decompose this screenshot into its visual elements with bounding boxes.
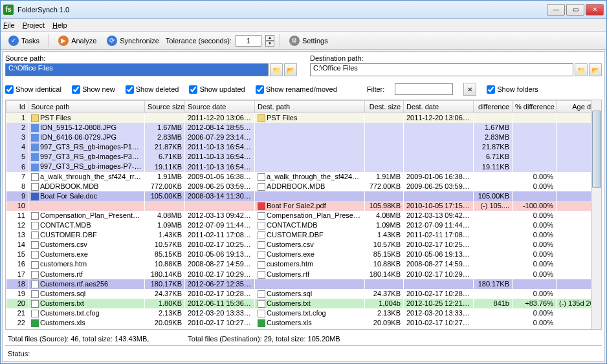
show-renamed-checkbox[interactable]: Show renamed/moved (256, 85, 337, 94)
col-age-difference[interactable]: Age difference (557, 101, 591, 113)
menu-file[interactable]: File (3, 21, 15, 29)
file-icon (258, 261, 265, 269)
totals-source: Total files (Source): 46, total size: 14… (8, 335, 149, 343)
grid-scroll[interactable]: Id Source path Source size Source date D… (6, 100, 591, 329)
table-row[interactable]: 3IDN_6416-06-0729.JPG2.83MB2006-07-29 23… (6, 133, 591, 142)
filter-input[interactable] (395, 83, 453, 95)
file-icon (31, 193, 39, 200)
sync-icon: ⟳ (107, 36, 117, 46)
file-icon (31, 310, 39, 317)
col-source-path[interactable]: Source path (28, 101, 145, 113)
minimize-button[interactable]: — (547, 4, 565, 16)
source-open-button[interactable]: 📂 (284, 63, 297, 76)
table-row[interactable]: 6997_GT3_RS_gb-images-P7-3.jpg19.11KB201… (6, 162, 591, 171)
scrollbar-thumb[interactable] (592, 111, 601, 188)
file-icon (258, 114, 265, 122)
source-browse-button[interactable]: 📁 (270, 63, 283, 76)
maximize-button[interactable]: ▭ (566, 4, 584, 16)
show-updated-checkbox[interactable]: Show updated (189, 85, 245, 94)
file-icon (31, 251, 39, 259)
toolbar: ✓ Tasks ▶ Analyze ⟳ Synchronize Toleranc… (1, 32, 606, 50)
table-row[interactable]: 9Boat For Sale.doc105.00KB2008-03-14 11:… (6, 191, 591, 201)
col-pct-difference[interactable]: % difference (513, 101, 557, 113)
file-icon (258, 173, 265, 181)
totals-dest: Total files (Destination): 29, total siz… (188, 335, 340, 343)
file-icon (258, 212, 265, 220)
source-path-input[interactable]: C:\Office Files (5, 63, 269, 76)
file-icon (258, 290, 265, 298)
app-icon: fs (3, 5, 14, 15)
tolerance-down-button[interactable]: ▼ (265, 41, 274, 47)
table-row[interactable]: 8ADDRBOOK.MDB772.00KB2009-06-25 03:59:00… (6, 182, 591, 191)
tolerance-up-button[interactable]: ▲ (265, 35, 274, 41)
file-icon (258, 300, 265, 308)
table-row[interactable]: 19Customers.sql24.37KB2010-02-17 10:28:1… (6, 289, 591, 299)
table-row[interactable]: 13CUSTOMER.DBF1.43KB2011-02-11 17:08:49C… (6, 230, 591, 240)
analyze-button[interactable]: ▶ Analyze (54, 34, 100, 47)
menu-help[interactable]: Help (52, 21, 67, 29)
file-icon (258, 231, 265, 239)
synchronize-label: Synchronize (120, 37, 159, 45)
show-identical-checkbox[interactable]: Show identical (5, 85, 61, 94)
show-new-checkbox[interactable]: Show new (72, 85, 115, 94)
table-row[interactable]: 18Customers.rtf.aes256180.17KB2012-06-27… (6, 279, 591, 289)
file-icon (31, 124, 39, 132)
file-icon (258, 271, 265, 279)
table-row[interactable]: 1PST Files2011-12-20 13:06:18PST Files20… (6, 113, 591, 123)
menu-project[interactable]: Project (23, 21, 45, 29)
tasks-button[interactable]: ✓ Tasks (5, 34, 43, 47)
file-icon (31, 114, 39, 122)
col-difference[interactable]: difference (474, 101, 513, 113)
table-row[interactable]: 14Customers.csv10.57KB2010-02-17 10:25:0… (6, 240, 591, 250)
content-area: Source path: C:\Office Files 📁 📂 Destina… (2, 51, 605, 362)
file-icon (31, 134, 39, 142)
show-folders-checkbox[interactable]: Show folders (487, 85, 538, 94)
table-row[interactable]: 4997_GT3_RS_gb-images-P11-2.jpg21.87KB20… (6, 142, 591, 152)
table-row[interactable]: 2IDN_5915-12-0808.JPG1.67MB2012-08-14 18… (6, 123, 591, 133)
filter-clear-button[interactable]: ✕ (463, 83, 476, 96)
table-row[interactable]: 16customers.htm10.88KB2008-08-27 14:59:2… (6, 259, 591, 269)
file-icon (258, 310, 265, 317)
table-row[interactable]: 5997_GT3_RS_gb-images-P37-4.jpg6.71KB201… (6, 152, 591, 162)
col-dest-path[interactable]: Dest. path (255, 101, 365, 113)
table-row[interactable]: 17Customers.rtf180.14KB2010-02-17 10:29:… (6, 270, 591, 279)
tolerance-input[interactable] (236, 35, 261, 47)
col-dest-size[interactable]: Dest. size (365, 101, 404, 113)
file-icon (258, 251, 265, 259)
dest-path-input[interactable]: C:\Office Files (310, 63, 573, 76)
dest-browse-button[interactable]: 📁 (575, 63, 588, 76)
results-grid: Id Source path Source size Source date D… (5, 100, 602, 330)
analyze-label: Analyze (71, 37, 96, 45)
file-icon (258, 241, 265, 249)
filter-row: Show identical Show new Show deleted Sho… (5, 83, 602, 96)
col-source-date[interactable]: Source date (185, 101, 255, 113)
table-row[interactable]: 20Customers.txt1.80KB2012-06-11 15:36:02… (6, 299, 591, 308)
synchronize-button[interactable]: ⟳ Synchronize (103, 34, 163, 47)
table-row[interactable]: 7a_walk_through_the_sf424_rr.ppt1.91MB20… (6, 172, 591, 182)
header-row: Id Source path Source size Source date D… (6, 101, 591, 113)
table-row[interactable]: 10Boat For Sale2.pdf105.98KB2010-10-05 1… (6, 201, 591, 211)
col-source-size[interactable]: Source size (145, 101, 185, 113)
table-row[interactable]: 22Customers.xls20.09KB2010-02-17 10:27:5… (6, 318, 591, 328)
file-icon (31, 231, 39, 239)
file-icon (258, 202, 265, 210)
vertical-scrollbar[interactable] (591, 100, 601, 329)
col-id[interactable]: Id (6, 101, 28, 113)
col-dest-date[interactable]: Dest. date (404, 101, 474, 113)
titlebar[interactable]: fs FolderSynch 1.0 — ▭ ✕ (1, 1, 606, 19)
analyze-icon: ▶ (58, 36, 69, 46)
table-row[interactable]: 11Compensation_Plan_Presentation...4.08M… (6, 211, 591, 220)
tolerance-label: Tolerance (seconds): (166, 37, 232, 45)
file-icon (31, 241, 39, 249)
gear-icon: ⚙ (289, 36, 300, 46)
settings-button[interactable]: ⚙ Settings (285, 34, 332, 47)
dest-path-label: Destination path: (310, 54, 602, 62)
source-path-label: Source path: (5, 54, 297, 62)
table-row[interactable]: 23Customers2.dbf212.88KB2011-02-11 17:14… (6, 328, 591, 329)
show-deleted-checkbox[interactable]: Show deleted (126, 85, 179, 94)
table-row[interactable]: 15Customers.exe85.15KB2010-05-06 19:13:3… (6, 250, 591, 259)
dest-open-button[interactable]: 📂 (589, 63, 602, 76)
table-row[interactable]: 21Customers.txt.cfog2.13KB2012-03-20 13:… (6, 308, 591, 318)
close-button[interactable]: ✕ (586, 4, 604, 16)
table-row[interactable]: 12CONTACT.MDB1.09MB2012-07-09 11:44:29CO… (6, 220, 591, 230)
